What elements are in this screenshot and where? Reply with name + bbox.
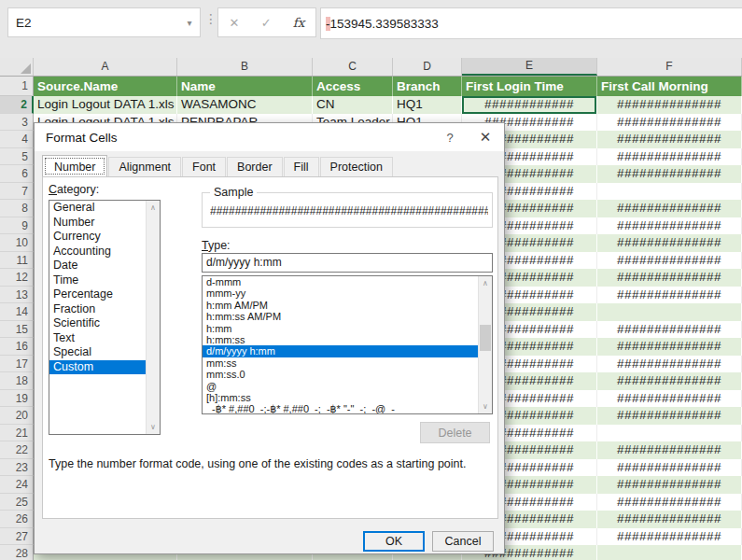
tab-fill[interactable]: Fill — [284, 157, 319, 176]
cell-D2[interactable]: HQ1 — [393, 96, 462, 114]
row-header-9[interactable]: 9 — [0, 217, 34, 235]
row-header-4[interactable]: 4 — [0, 131, 34, 148]
category-item-special[interactable]: Special — [49, 345, 160, 360]
row-header-17[interactable]: 17 — [0, 356, 34, 373]
scroll-up-icon[interactable]: ∧ — [147, 201, 160, 215]
scrollbar-thumb[interactable] — [480, 325, 491, 351]
cell-F22[interactable]: ############## — [597, 441, 742, 459]
cell-F25[interactable]: ############## — [597, 494, 742, 511]
row-header-28[interactable]: 28 — [0, 545, 34, 560]
column-header-f[interactable]: F — [597, 58, 742, 76]
cell-B2[interactable]: WASAMONC — [177, 96, 313, 114]
cell-F27[interactable]: ############## — [597, 528, 742, 546]
type-option[interactable]: mm:ss — [203, 357, 492, 369]
row-header-12[interactable]: 12 — [0, 269, 34, 287]
cell-E2[interactable]: ############ — [462, 96, 597, 114]
table-header-cell[interactable]: Branch — [393, 77, 462, 96]
row-header-25[interactable]: 25 — [0, 494, 34, 511]
cell-F11[interactable]: ############## — [597, 252, 742, 270]
column-header-e[interactable]: E — [462, 58, 597, 76]
type-option[interactable]: @ — [203, 381, 492, 392]
cell-F19[interactable]: ############## — [597, 390, 742, 408]
row-header-27[interactable]: 27 — [0, 528, 34, 546]
row-header-1[interactable]: 1 — [0, 77, 34, 96]
table-header-cell[interactable]: First Login Time — [462, 77, 597, 96]
cell-F6[interactable]: ############## — [597, 165, 742, 183]
column-header-c[interactable]: C — [313, 58, 393, 76]
row-header-8[interactable]: 8 — [0, 200, 34, 217]
cell-F3[interactable]: ############## — [597, 114, 742, 132]
cell-F12[interactable]: ############## — [597, 269, 742, 287]
row-header-18[interactable]: 18 — [0, 372, 34, 390]
row-header-2[interactable]: 2 — [0, 96, 34, 114]
type-option[interactable]: mmm-yy — [203, 287, 492, 299]
table-header-cell[interactable]: Name — [177, 77, 313, 96]
tab-alignment[interactable]: Alignment — [108, 157, 181, 176]
cell-A2[interactable]: Login Logout DATA 1.xls — [34, 96, 177, 114]
row-header-26[interactable]: 26 — [0, 511, 34, 528]
insert-function-icon[interactable]: fx — [293, 15, 305, 30]
name-box-dropdown-icon[interactable]: ▾ — [179, 18, 200, 28]
cell-F16[interactable]: ############## — [597, 338, 742, 356]
row-header-23[interactable]: 23 — [0, 459, 34, 477]
type-scrollbar[interactable]: ∧∨ — [478, 276, 492, 413]
cancel-entry-icon[interactable]: ✕ — [230, 16, 240, 30]
column-header-b[interactable]: B — [177, 58, 313, 76]
cell-F8[interactable]: ############## — [597, 200, 742, 217]
name-box[interactable]: E2 ▾ — [7, 7, 201, 37]
cell-F2[interactable]: ############## — [597, 96, 742, 114]
row-header-14[interactable]: 14 — [0, 303, 34, 321]
help-button[interactable]: ? — [433, 131, 467, 145]
category-item-accounting[interactable]: Accounting — [49, 245, 160, 259]
row-header-3[interactable]: 3 — [0, 114, 34, 132]
cell-F13[interactable]: ############## — [597, 287, 742, 304]
row-header-22[interactable]: 22 — [0, 441, 34, 459]
close-icon[interactable]: ✕ — [467, 129, 504, 146]
category-item-fraction[interactable]: Fraction — [49, 302, 160, 317]
cell-F10[interactable]: ############## — [597, 234, 742, 252]
table-header-cell[interactable]: Source.Name — [34, 77, 177, 96]
category-item-custom[interactable]: Custom — [49, 360, 160, 375]
row-header-16[interactable]: 16 — [0, 338, 34, 356]
row-header-21[interactable]: 21 — [0, 425, 34, 442]
cell-F18[interactable]: ############## — [597, 372, 742, 390]
row-header-6[interactable]: 6 — [0, 165, 34, 183]
category-item-general[interactable]: General — [49, 201, 160, 216]
cell-F15[interactable]: ############## — [597, 321, 742, 339]
type-option[interactable]: [h]:mm:ss — [203, 392, 492, 403]
row-header-11[interactable]: 11 — [0, 252, 34, 270]
category-item-currency[interactable]: Currency — [49, 230, 160, 245]
cell-F20[interactable]: ############## — [597, 407, 742, 425]
cell-C2[interactable]: CN — [313, 96, 393, 114]
cell-F28[interactable] — [597, 545, 742, 560]
type-option[interactable]: h:mm:ss — [203, 334, 492, 345]
category-item-percentage[interactable]: Percentage — [49, 287, 160, 302]
tab-number[interactable]: Number — [42, 155, 107, 177]
row-header-15[interactable]: 15 — [0, 321, 34, 339]
cell-F24[interactable]: ############## — [597, 476, 742, 494]
type-input[interactable]: d/m/yyyy h:mm — [202, 253, 493, 273]
cell-F9[interactable]: ############## — [597, 217, 742, 235]
cancel-button[interactable]: Cancel — [432, 531, 494, 552]
formula-input[interactable]: -153945.339583333 — [320, 7, 742, 39]
type-option[interactable]: d-mmm — [203, 276, 492, 287]
type-option[interactable]: h:mm AM/PM — [203, 300, 492, 311]
cell-F26[interactable]: ############## — [597, 511, 742, 528]
type-option[interactable]: d/m/yyyy h:mm — [203, 345, 492, 357]
cell-F5[interactable]: ############## — [597, 148, 742, 166]
type-option[interactable]: h:mm:ss AM/PM — [203, 311, 492, 322]
scroll-up-icon[interactable]: ∧ — [479, 276, 492, 290]
tab-font[interactable]: Font — [182, 157, 226, 176]
row-header-5[interactable]: 5 — [0, 148, 34, 166]
cell-F21[interactable] — [597, 425, 742, 442]
select-all-corner[interactable] — [0, 58, 34, 76]
category-item-date[interactable]: Date — [49, 259, 160, 273]
cell-F7[interactable] — [597, 183, 742, 201]
category-scrollbar[interactable]: ∧∨ — [146, 201, 160, 434]
scroll-down-icon[interactable]: ∨ — [479, 399, 492, 413]
row-header-24[interactable]: 24 — [0, 476, 34, 494]
column-header-d[interactable]: D — [393, 58, 462, 76]
type-option[interactable]: mm:ss.0 — [203, 369, 492, 380]
tab-protection[interactable]: Protection — [320, 157, 393, 176]
cell-F4[interactable]: ############## — [597, 131, 742, 148]
